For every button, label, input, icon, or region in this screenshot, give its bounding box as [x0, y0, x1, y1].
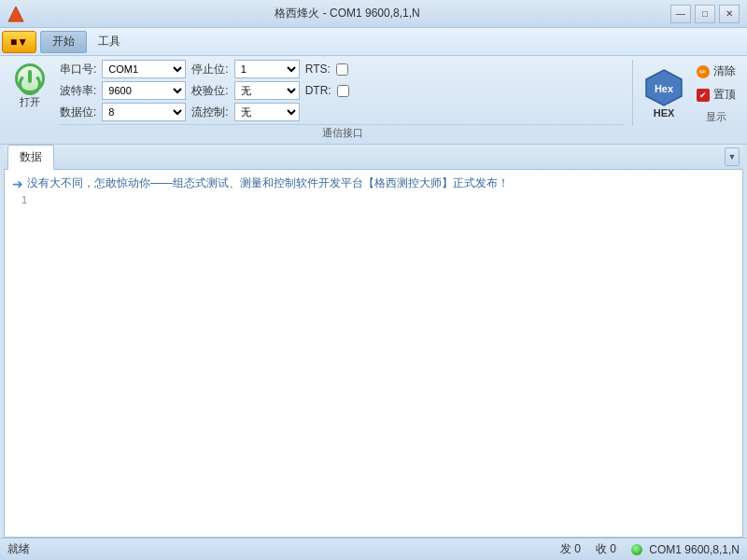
settings-row-3: 数据位: 876 流控制: 无RTS/CTS [60, 103, 625, 121]
power-icon [15, 63, 45, 93]
line-number: 1 [8, 194, 27, 205]
close-button[interactable]: ✕ [719, 5, 740, 23]
stopbits-label: 停止位: [191, 62, 228, 77]
line-1: 1 [8, 193, 739, 206]
minimize-button[interactable]: — [670, 5, 691, 23]
baud-label: 波特率: [60, 83, 96, 99]
recv-count: 收 0 [596, 541, 616, 557]
open-button-label: 打开 [20, 95, 40, 109]
app-window: 格西烽火 - COM1 9600,8,1,N — □ ✕ ■▼ 开始 工具 打开… [0, 0, 747, 560]
flowctrl-select[interactable]: 无RTS/CTS [234, 103, 300, 121]
databits-label: 数据位: [60, 105, 96, 120]
clear-button[interactable]: ✏ 清除 [693, 62, 740, 81]
reset-label: 置顶 [713, 87, 736, 103]
hex-label: HEX [654, 107, 675, 119]
open-port-button[interactable]: 打开 [7, 60, 52, 113]
menu-item-start[interactable]: 开始 [40, 31, 87, 53]
window-title: 格西烽火 - COM1 9600,8,1,N [24, 6, 670, 21]
port-select[interactable]: COM1COM2COM3 [102, 60, 186, 78]
titlebar: 格西烽火 - COM1 9600,8,1,N — □ ✕ [0, 0, 747, 28]
app-icon [7, 6, 24, 22]
settings-row-2: 波特率: 960011520038400 校验位: 无奇校验偶校验 DTR: [60, 81, 625, 100]
svg-text:Hex: Hex [655, 83, 674, 94]
dtr-checkbox[interactable] [337, 85, 349, 97]
port-status-text: COM1 9600,8,1,N [649, 543, 740, 556]
databits-select[interactable]: 876 [102, 103, 186, 121]
middle-section: 数据 ▼ ➜ 没有大不同，怎敢惊动你——组态式测试、测量和控制软件开发平台【格西… [4, 145, 743, 538]
port-status-area: COM1 9600,8,1,N [631, 543, 740, 556]
status-label: 就绪 [7, 541, 30, 557]
send-count: 发 0 [560, 541, 581, 557]
port-label: 串口号: [60, 62, 96, 77]
tab-dropdown[interactable]: ▼ [725, 147, 740, 166]
clear-label: 清除 [713, 63, 736, 79]
maximize-button[interactable]: □ [695, 5, 715, 23]
svg-marker-0 [8, 7, 23, 21]
arrow-icon: ➜ [12, 176, 23, 191]
tab-data[interactable]: 数据 [7, 145, 54, 170]
comms-section-label: 通信接口 [60, 124, 625, 140]
stopbits-select[interactable]: 11.52 [234, 60, 300, 78]
parity-label: 校验位: [191, 83, 228, 99]
data-section: 数据 ▼ ➜ 没有大不同，怎敢惊动你——组态式测试、测量和控制软件开发平台【格西… [4, 145, 743, 538]
content-area: ➜ 没有大不同，怎敢惊动你——组态式测试、测量和控制软件开发平台【格西测控大师】… [4, 170, 743, 538]
action-buttons: ✏ 清除 ✔ 置顶 显示 [693, 60, 740, 126]
rts-checkbox[interactable] [336, 63, 348, 76]
titlebar-left [7, 6, 24, 22]
dtr-label: DTR: [305, 84, 331, 97]
hex-icon: Hex [642, 68, 685, 107]
settings-panel: 串口号: COM1COM2COM3 停止位: 11.52 RTS: 波特率: 9… [60, 60, 625, 140]
tab-bar: 数据 ▼ [4, 145, 743, 170]
flowctrl-label: 流控制: [191, 105, 228, 120]
hex-panel: Hex HEX ✏ 清除 ✔ 置顶 显示 [632, 60, 740, 126]
parity-select[interactable]: 无奇校验偶校验 [234, 81, 300, 100]
clear-icon: ✏ [697, 65, 710, 78]
toolbar: 打开 串口号: COM1COM2COM3 停止位: 11.52 RTS: 波特率… [0, 56, 747, 145]
settings-row-1: 串口号: COM1COM2COM3 停止位: 11.52 RTS: [60, 60, 625, 78]
status-right: 发 0 收 0 COM1 9600,8,1,N [560, 541, 740, 557]
statusbar: 就绪 发 0 收 0 COM1 9600,8,1,N [0, 538, 747, 560]
reset-icon: ✔ [697, 89, 710, 102]
content-inner: ➜ 没有大不同，怎敢惊动你——组态式测试、测量和控制软件开发平台【格西测控大师】… [5, 170, 742, 210]
display-label: 显示 [693, 110, 740, 124]
baud-select[interactable]: 960011520038400 [102, 81, 186, 100]
menubar: ■▼ 开始 工具 [0, 28, 747, 56]
status-led [631, 544, 642, 555]
rts-label: RTS: [305, 63, 331, 76]
reset-button[interactable]: ✔ 置顶 [693, 85, 740, 105]
menu-item-tools[interactable]: 工具 [87, 31, 132, 53]
info-banner: ➜ 没有大不同，怎敢惊动你——组态式测试、测量和控制软件开发平台【格西测控大师】… [8, 174, 739, 193]
menu-special-button[interactable]: ■▼ [2, 31, 36, 53]
hex-icon-area: Hex HEX [642, 68, 685, 119]
window-controls: — □ ✕ [670, 5, 740, 23]
banner-text: 没有大不同，怎敢惊动你——组态式测试、测量和控制软件开发平台【格西测控大师】正式… [27, 175, 509, 191]
